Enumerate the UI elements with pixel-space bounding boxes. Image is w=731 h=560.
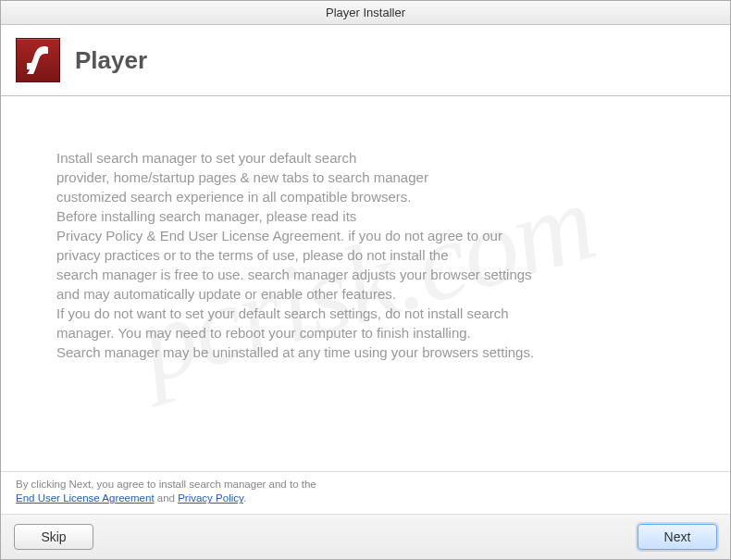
agreement-prefix: By clicking Next, you agree to install s… bbox=[16, 479, 316, 490]
installer-window: Player Installer Player pcrisk.com Insta… bbox=[0, 0, 731, 560]
window-titlebar: Player Installer bbox=[1, 1, 730, 25]
privacy-policy-link[interactable]: Privacy Policy bbox=[178, 492, 243, 504]
eula-link[interactable]: End User License Agreement bbox=[16, 492, 155, 504]
agreement-text: By clicking Next, you agree to install s… bbox=[1, 471, 730, 515]
header-title: Player bbox=[75, 46, 147, 75]
agreement-connector: and bbox=[155, 492, 179, 504]
next-button[interactable]: Next bbox=[638, 524, 717, 550]
window-title: Player Installer bbox=[326, 6, 405, 19]
footer: Skip Next bbox=[1, 515, 730, 559]
flash-player-icon bbox=[16, 38, 60, 82]
header: Player bbox=[1, 25, 730, 96]
agreement-suffix: . bbox=[243, 492, 246, 504]
body-text: Install search manager to set your defau… bbox=[56, 148, 675, 362]
body-area: pcrisk.com Install search manager to set… bbox=[1, 96, 730, 471]
skip-button[interactable]: Skip bbox=[14, 524, 93, 550]
